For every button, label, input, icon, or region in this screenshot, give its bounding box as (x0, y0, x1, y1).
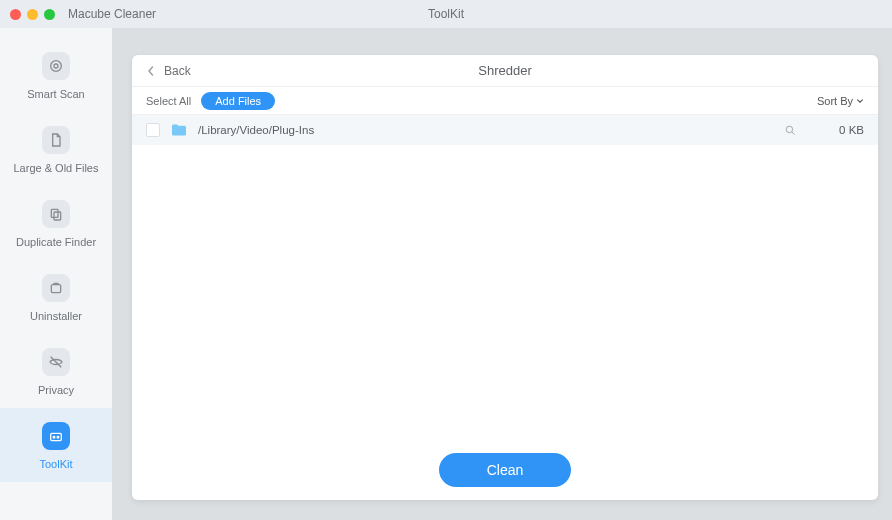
sidebar-item-duplicate-finder[interactable]: Duplicate Finder (0, 186, 112, 260)
file-list: /Library/Video/Plug-Ins 0 KB (132, 115, 878, 440)
close-window-button[interactable] (10, 9, 21, 20)
file-icon (42, 126, 70, 154)
svg-point-8 (786, 126, 793, 133)
back-label: Back (164, 64, 191, 78)
app-name: Macube Cleaner (68, 7, 156, 21)
sidebar-item-label: Privacy (38, 384, 74, 396)
svg-point-7 (57, 437, 59, 439)
folder-icon (170, 123, 188, 137)
row-checkbox[interactable] (146, 123, 160, 137)
clean-button[interactable]: Clean (439, 453, 572, 487)
main-area: Back Shredder Select All Add Files Sort … (112, 28, 892, 520)
sidebar-item-privacy[interactable]: Privacy (0, 334, 112, 408)
traffic-lights (0, 9, 55, 20)
select-all-button[interactable]: Select All (146, 95, 191, 107)
sort-by-label: Sort By (817, 95, 853, 107)
uninstall-icon (42, 274, 70, 302)
list-item[interactable]: /Library/Video/Plug-Ins 0 KB (132, 115, 878, 145)
panel-footer: Clean (132, 440, 878, 500)
zoom-window-button[interactable] (44, 9, 55, 20)
titlebar: Macube Cleaner ToolKit (0, 0, 892, 28)
row-path: /Library/Video/Plug-Ins (198, 124, 782, 136)
panel-title: Shredder (478, 63, 531, 78)
sidebar-item-label: Large & Old Files (14, 162, 99, 174)
target-icon (42, 52, 70, 80)
sidebar-item-toolkit[interactable]: ToolKit (0, 408, 112, 482)
back-button[interactable]: Back (132, 64, 191, 78)
svg-point-6 (53, 437, 55, 439)
magnifier-icon (784, 124, 797, 137)
privacy-icon (42, 348, 70, 376)
svg-rect-4 (51, 285, 60, 293)
sidebar-item-label: Smart Scan (27, 88, 84, 100)
panel-header: Back Shredder (132, 55, 878, 87)
chevron-down-icon (856, 97, 864, 105)
sidebar-item-label: ToolKit (39, 458, 72, 470)
sidebar-item-smart-scan[interactable]: Smart Scan (0, 38, 112, 112)
svg-point-0 (51, 61, 62, 72)
sidebar: Smart Scan Large & Old Files Duplicate F… (0, 28, 112, 520)
sidebar-item-label: Duplicate Finder (16, 236, 96, 248)
chevron-left-icon (146, 66, 156, 76)
sidebar-item-uninstaller[interactable]: Uninstaller (0, 260, 112, 334)
toolkit-icon (42, 422, 70, 450)
toolbar: Select All Add Files Sort By (132, 87, 878, 115)
row-size: 0 KB (808, 124, 864, 136)
titlebar-section: ToolKit (428, 7, 464, 21)
svg-rect-5 (51, 433, 62, 440)
minimize-window-button[interactable] (27, 9, 38, 20)
shredder-panel: Back Shredder Select All Add Files Sort … (132, 55, 878, 500)
svg-point-1 (54, 64, 58, 68)
duplicate-icon (42, 200, 70, 228)
sidebar-item-large-old-files[interactable]: Large & Old Files (0, 112, 112, 186)
add-files-button[interactable]: Add Files (201, 92, 275, 110)
sidebar-item-label: Uninstaller (30, 310, 82, 322)
sort-by-button[interactable]: Sort By (817, 95, 864, 107)
reveal-in-finder-button[interactable] (782, 122, 798, 138)
